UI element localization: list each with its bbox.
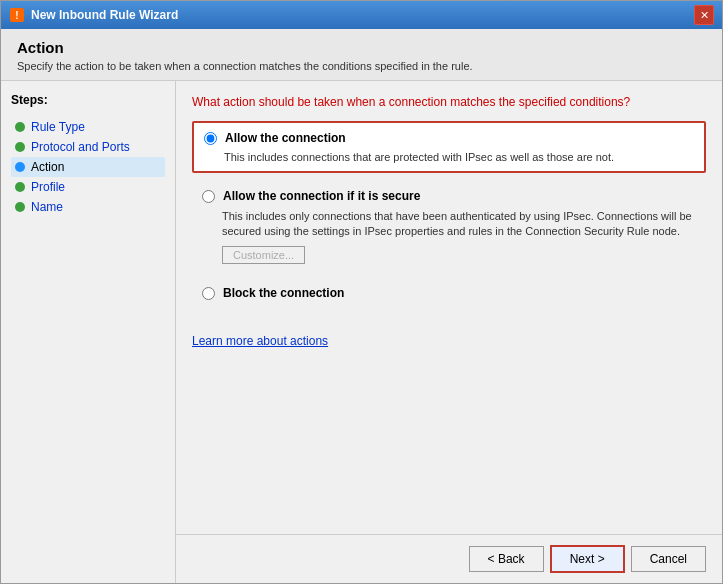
sidebar-label-protocol-ports: Protocol and Ports	[31, 140, 130, 154]
allow-secure-box: Allow the connection if it is secure Thi…	[192, 181, 706, 272]
window-icon: !	[9, 7, 25, 23]
main-body: What action should be taken when a conne…	[176, 81, 722, 534]
allow-secure-radio[interactable]	[202, 190, 215, 203]
step-indicator-rule-type	[15, 122, 25, 132]
allow-connection-option[interactable]: Allow the connection	[204, 131, 694, 145]
block-connection-option[interactable]: Block the connection	[202, 286, 696, 300]
allow-secure-option[interactable]: Allow the connection if it is secure	[202, 189, 696, 203]
sidebar-item-profile[interactable]: Profile	[11, 177, 165, 197]
block-connection-radio[interactable]	[202, 287, 215, 300]
block-connection-box: Block the connection	[192, 278, 706, 308]
allow-connection-label: Allow the connection	[225, 131, 346, 145]
question-text: What action should be taken when a conne…	[192, 95, 706, 109]
allow-secure-desc: This includes only connections that have…	[222, 209, 696, 240]
step-indicator-action	[15, 162, 25, 172]
page-header: Action Specify the action to be taken wh…	[1, 29, 722, 81]
sidebar-item-protocol-ports[interactable]: Protocol and Ports	[11, 137, 165, 157]
svg-text:!: !	[15, 10, 18, 21]
step-indicator-protocol-ports	[15, 142, 25, 152]
allow-secure-label: Allow the connection if it is secure	[223, 189, 420, 203]
cancel-button[interactable]: Cancel	[631, 546, 706, 572]
sidebar-item-rule-type[interactable]: Rule Type	[11, 117, 165, 137]
sidebar-title: Steps:	[11, 93, 165, 107]
sidebar-label-rule-type: Rule Type	[31, 120, 85, 134]
allow-connection-desc: This includes connections that are prote…	[224, 151, 694, 163]
title-bar-text: New Inbound Rule Wizard	[31, 8, 694, 22]
content-area: Steps: Rule Type Protocol and Ports Acti…	[1, 81, 722, 583]
allow-connection-box: Allow the connection This includes conne…	[192, 121, 706, 173]
sidebar-label-name: Name	[31, 200, 63, 214]
close-button[interactable]: ✕	[694, 5, 714, 25]
next-button[interactable]: Next >	[550, 545, 625, 573]
sidebar-item-name[interactable]: Name	[11, 197, 165, 217]
page-title: Action	[17, 39, 706, 56]
sidebar: Steps: Rule Type Protocol and Ports Acti…	[1, 81, 176, 583]
footer: < Back Next > Cancel	[176, 534, 722, 583]
sidebar-label-profile: Profile	[31, 180, 65, 194]
back-button[interactable]: < Back	[469, 546, 544, 572]
block-connection-label: Block the connection	[223, 286, 344, 300]
title-bar: ! New Inbound Rule Wizard ✕	[1, 1, 722, 29]
main-panel: What action should be taken when a conne…	[176, 81, 722, 583]
window: ! New Inbound Rule Wizard ✕ Action Speci…	[0, 0, 723, 584]
allow-connection-radio[interactable]	[204, 132, 217, 145]
step-indicator-profile	[15, 182, 25, 192]
step-indicator-name	[15, 202, 25, 212]
page-description: Specify the action to be taken when a co…	[17, 60, 706, 72]
sidebar-label-action: Action	[31, 160, 64, 174]
customize-button[interactable]: Customize...	[222, 246, 305, 264]
learn-more-link[interactable]: Learn more about actions	[192, 334, 328, 348]
sidebar-item-action[interactable]: Action	[11, 157, 165, 177]
